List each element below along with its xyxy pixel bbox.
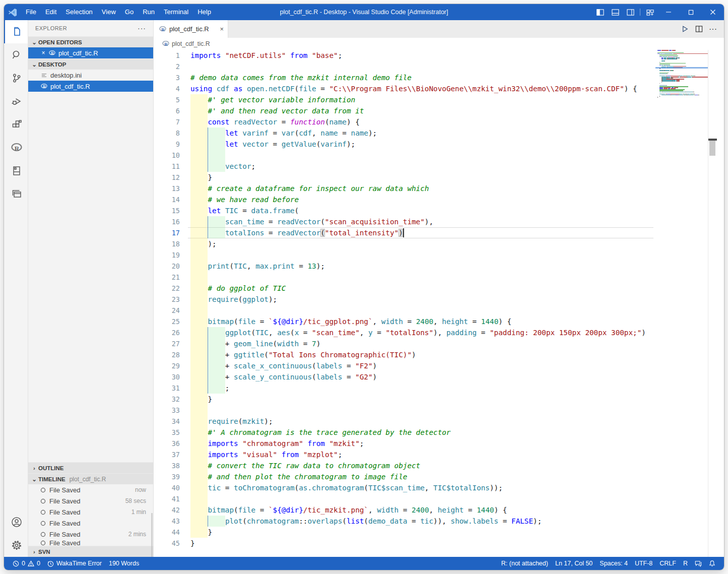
feedback-icon[interactable] bbox=[691, 560, 705, 567]
line-number: 39 bbox=[154, 471, 180, 482]
code-line-14: 14 # we have read before bbox=[154, 194, 724, 205]
open-editors-header[interactable]: ⌄ OPEN EDITORS bbox=[28, 36, 153, 47]
file-item-label: plot_cdf_tic.R bbox=[50, 83, 90, 90]
indentation-status[interactable]: Spaces: 4 bbox=[596, 560, 631, 567]
line-number: 10 bbox=[154, 150, 180, 161]
line-number: 35 bbox=[154, 427, 180, 438]
file-item-plot_cdf_tic-R[interactable]: Rplot_cdf_tic.R bbox=[28, 81, 153, 92]
menu-edit[interactable]: Edit bbox=[41, 4, 61, 20]
toggle-sidebar-icon[interactable] bbox=[592, 4, 608, 20]
code-text: #' A chromatogram is the trace generated… bbox=[190, 427, 450, 438]
source-control-icon[interactable] bbox=[4, 67, 28, 90]
settings-gear-icon[interactable] bbox=[4, 534, 28, 557]
timeline-item[interactable]: File Saved58 secs bbox=[28, 495, 153, 506]
menu-file[interactable]: File bbox=[21, 4, 41, 20]
line-number: 14 bbox=[154, 194, 180, 205]
code-text: ggplot(TIC, aes(x = "scan_time", y = "to… bbox=[190, 327, 646, 338]
code-line-9: 9 let vector = getValue(varinf); bbox=[154, 139, 724, 150]
menu-run[interactable]: Run bbox=[138, 4, 159, 20]
timeline-item-label: File Saved bbox=[49, 497, 80, 505]
r-session-status[interactable]: R: (not attached) bbox=[498, 560, 552, 567]
timeline-header[interactable]: ⌄ TIMELINE plot_cdf_tic.R bbox=[28, 473, 153, 484]
minimap[interactable] bbox=[657, 50, 708, 98]
explorer-more-actions[interactable]: ··· bbox=[138, 24, 146, 32]
code-text: let TIC = data.frame( bbox=[190, 205, 299, 216]
code-text: + scale_y_continuous(labels = "G2") bbox=[190, 371, 377, 382]
notifications-bell-icon[interactable] bbox=[705, 560, 719, 567]
line-number: 11 bbox=[154, 161, 180, 172]
indent-strip bbox=[190, 272, 208, 283]
r-language-icon[interactable]: R bbox=[4, 136, 28, 159]
editor-scrollbar[interactable] bbox=[708, 50, 717, 557]
maximize-button[interactable] bbox=[680, 4, 702, 20]
timeline-item[interactable]: File Saved bbox=[28, 540, 153, 546]
explorer-icon[interactable] bbox=[4, 20, 28, 43]
close-button[interactable] bbox=[702, 4, 724, 20]
cursor-position-status[interactable]: Ln 17, Col 50 bbox=[552, 560, 596, 567]
line-number: 38 bbox=[154, 460, 180, 471]
line-number: 44 bbox=[154, 527, 180, 538]
minimize-button[interactable] bbox=[657, 4, 680, 20]
customize-layout-icon[interactable] bbox=[642, 4, 657, 20]
extensions-icon[interactable] bbox=[4, 113, 28, 136]
title-bar: FileEditSelectionViewGoRunTerminalHelp p… bbox=[4, 4, 724, 20]
code-editor[interactable]: 1imports "netCDF.utils" from "base";23# … bbox=[154, 50, 724, 557]
sidebar-scrollbar[interactable] bbox=[151, 513, 153, 557]
menu-terminal[interactable]: Terminal bbox=[159, 4, 193, 20]
code-line-38: 38 # convert the TIC raw data to chromat… bbox=[154, 460, 724, 471]
explorer-title: EXPLORER bbox=[35, 25, 67, 31]
toggle-panel-icon[interactable] bbox=[608, 4, 623, 20]
tab-plot-cdf-tic[interactable]: R plot_cdf_tic.R × bbox=[154, 20, 228, 38]
code-text: vector; bbox=[190, 161, 255, 172]
word-count-status[interactable]: 190 Words bbox=[105, 560, 143, 567]
file-item-desktop-ini[interactable]: desktop.ini bbox=[28, 70, 153, 81]
scrollbar-thumb[interactable] bbox=[709, 141, 715, 156]
menu-selection[interactable]: Selection bbox=[61, 4, 97, 20]
code-line-25: 25 bitmap(file = `${@dir}/tic_ggplot.png… bbox=[154, 316, 724, 327]
split-editor-icon[interactable] bbox=[692, 22, 706, 36]
toggle-secondary-sidebar-icon[interactable] bbox=[623, 4, 638, 20]
menu-bar: FileEditSelectionViewGoRunTerminalHelp bbox=[21, 4, 216, 20]
language-mode-status[interactable]: R bbox=[680, 560, 691, 567]
breadcrumb[interactable]: R plot_cdf_tic.R bbox=[154, 38, 724, 50]
desktop-folder-header[interactable]: ⌄ DESKTOP bbox=[28, 58, 153, 70]
code-line-7: 7 const readVector = function(name) { bbox=[154, 116, 724, 127]
file-item-label: desktop.ini bbox=[50, 72, 82, 79]
open-editor-item[interactable]: ×Rplot_cdf_tic.R bbox=[28, 47, 153, 58]
timeline-file-label: plot_cdf_tic.R bbox=[70, 476, 106, 483]
svn-header[interactable]: › SVN bbox=[28, 546, 153, 557]
indent-strip bbox=[208, 150, 225, 161]
notebook-icon[interactable] bbox=[4, 159, 28, 182]
problems-status[interactable]: 0 0 bbox=[9, 560, 44, 567]
tab-close-icon[interactable]: × bbox=[220, 25, 224, 33]
line-number: 13 bbox=[154, 183, 180, 194]
windows-stack-icon[interactable] bbox=[4, 182, 28, 206]
code-text: # we have read before bbox=[190, 194, 299, 205]
timeline-item[interactable]: File Savednow bbox=[28, 484, 153, 495]
timeline-item[interactable]: File Saved2 mins bbox=[28, 529, 153, 540]
run-debug-icon[interactable] bbox=[4, 90, 28, 113]
history-circle-icon bbox=[40, 509, 46, 515]
vscode-window: FileEditSelectionViewGoRunTerminalHelp p… bbox=[4, 4, 724, 570]
code-line-45: 45} bbox=[154, 538, 724, 549]
text-cursor bbox=[403, 228, 404, 237]
line-number: 41 bbox=[154, 493, 180, 504]
close-editor-icon[interactable]: × bbox=[39, 49, 47, 56]
timeline-item[interactable]: File Saved bbox=[28, 518, 153, 529]
encoding-status[interactable]: UTF-8 bbox=[631, 560, 656, 567]
editor-more-actions-icon[interactable]: ··· bbox=[706, 22, 720, 36]
account-icon[interactable] bbox=[4, 511, 28, 534]
outline-header[interactable]: › OUTLINE bbox=[28, 462, 153, 473]
line-number: 18 bbox=[154, 238, 180, 249]
wakatime-status[interactable]: WakaTime Error bbox=[44, 560, 105, 567]
chevron-right-icon: › bbox=[30, 465, 38, 471]
run-file-icon[interactable] bbox=[678, 22, 692, 36]
menu-view[interactable]: View bbox=[97, 4, 120, 20]
eol-status[interactable]: CRLF bbox=[656, 560, 680, 567]
search-icon[interactable] bbox=[4, 43, 28, 67]
menu-go[interactable]: Go bbox=[120, 4, 138, 20]
svg-text:R: R bbox=[161, 27, 165, 32]
menu-help[interactable]: Help bbox=[193, 4, 216, 20]
timeline-item[interactable]: File Saved1 min bbox=[28, 506, 153, 518]
code-line-15: 15 let TIC = data.frame( bbox=[154, 205, 724, 216]
